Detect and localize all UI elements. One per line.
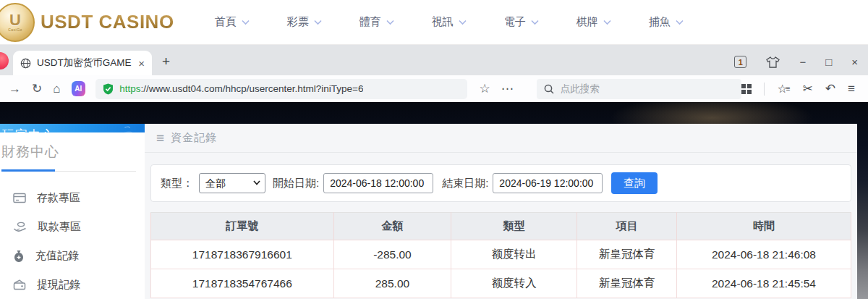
- more-options-icon[interactable]: ⋯: [501, 83, 514, 95]
- filter-bar: 類型： 全部 開始日期: 結束日期: 查詢: [150, 164, 851, 202]
- chevron-down-icon: [676, 20, 684, 25]
- content-body: 類型： 全部 開始日期: 結束日期: 查詢 訂單號 金額: [145, 153, 857, 298]
- reload-icon[interactable]: ↻: [32, 83, 42, 95]
- toolbar-right-icons: ☆ ≡ ✂ ↶ ≡: [741, 82, 859, 96]
- cell-time: 2024-06-18 21:46:08: [676, 240, 851, 269]
- query-button[interactable]: 查詢: [611, 172, 658, 194]
- toolbar-divider: [764, 83, 765, 96]
- bookmark-star-icon[interactable]: ☆: [480, 83, 490, 95]
- site-header: U CasiGo USDT CASINO 首頁 彩票 體育 視訊 電子 棋牌: [0, 0, 868, 45]
- withdraw-hand-icon: [13, 222, 27, 232]
- cell-type: 额度转出: [451, 240, 577, 269]
- type-label: 類型：: [161, 177, 193, 190]
- theme-skin-icon[interactable]: [766, 56, 780, 68]
- logo-subtext: CasiGo: [8, 28, 22, 32]
- apps-grid-icon[interactable]: [741, 84, 752, 94]
- forward-icon[interactable]: →: [9, 83, 21, 95]
- nav-label: 捕魚: [649, 15, 671, 29]
- nav-label: 電子: [504, 15, 526, 29]
- window-controls: 1 − □ ×: [734, 56, 868, 75]
- home-icon[interactable]: ⌂: [53, 83, 60, 95]
- hamburger-icon[interactable]: ≡: [156, 130, 164, 146]
- finance-title-underline: [1, 169, 145, 172]
- chevron-down-icon: [603, 20, 611, 25]
- deposit-card-icon: [13, 193, 26, 203]
- chevron-down-icon: [242, 20, 250, 25]
- tab-counter-badge[interactable]: 1: [734, 56, 746, 68]
- logo-letter: U: [9, 13, 21, 28]
- globe-icon: [20, 58, 31, 69]
- start-date-input[interactable]: [323, 173, 433, 193]
- close-window-button[interactable]: ×: [851, 56, 858, 67]
- address-bar[interactable]: https://www.usdt04.com/hhcp/usercenter.h…: [95, 79, 467, 99]
- cell-time: 2024-06-18 21:45:54: [676, 269, 851, 298]
- cell-item: 新皇冠体育: [577, 240, 676, 269]
- end-date-input[interactable]: [493, 173, 603, 193]
- sidebar-body: 財務中心 存款專區 取款專區: [0, 132, 145, 299]
- screenshot-scissors-icon[interactable]: ✂: [803, 83, 813, 95]
- players-center-banner: 玩家中心 PLAYERS CENTER: [0, 124, 145, 132]
- nav-item-chess[interactable]: 棋牌: [576, 15, 611, 29]
- browser-search-box[interactable]: 点此搜索: [537, 79, 742, 99]
- chevron-down-icon: [386, 20, 394, 25]
- nav-item-fishing[interactable]: 捕魚: [649, 15, 684, 29]
- maximize-button[interactable]: □: [825, 56, 832, 67]
- wallet-icon: [13, 279, 26, 290]
- main-nav: 首頁 彩票 體育 視訊 電子 棋牌 捕魚: [215, 15, 684, 29]
- url-scheme: https: [119, 83, 140, 94]
- sidebar: 玩家中心 PLAYERS CENTER 財務中心 存款專區: [0, 124, 145, 299]
- sidebar-item-withdraw[interactable]: 取款專區: [1, 212, 145, 241]
- cell-amount: -285.00: [333, 240, 451, 269]
- main-content: ≡ 資金記錄 類型： 全部 開始日期: 結束日期: 查詢: [145, 124, 857, 299]
- browser-tab-bar: USDT加密货币GAME × + 1 − □ ×: [0, 45, 868, 75]
- table-header-row: 訂單號 金額 類型 項目 時間: [151, 213, 851, 240]
- new-tab-button[interactable]: +: [162, 54, 170, 70]
- nav-item-sports[interactable]: 體育: [359, 15, 394, 29]
- sidebar-item-label: 提現記錄: [37, 278, 80, 292]
- content-header: ≡ 資金記錄: [145, 124, 857, 153]
- funds-record-table: 訂單號 金額 類型 項目 時間 1718718367916601 -285.00…: [150, 212, 851, 298]
- logo-wordmark: USDT CASINO: [41, 11, 174, 33]
- browser-logo-icon[interactable]: [0, 52, 9, 70]
- cell-type: 额度转入: [451, 269, 577, 298]
- nav-item-slots[interactable]: 電子: [504, 15, 539, 29]
- site-logo[interactable]: U CasiGo USDT CASINO: [0, 3, 174, 42]
- table-row: 1718718367916601 -285.00 额度转出 新皇冠体育 2024…: [151, 240, 851, 269]
- security-shield-icon: [103, 83, 114, 95]
- search-icon: [544, 84, 554, 94]
- chevron-down-icon: [314, 20, 322, 25]
- tab-title: USDT加密货币GAME: [37, 56, 132, 70]
- sidebar-item-deposit[interactable]: 存款專區: [1, 183, 145, 212]
- browser-tab[interactable]: USDT加密货币GAME ×: [13, 51, 152, 75]
- type-select[interactable]: 全部: [199, 173, 265, 193]
- cell-order-number: 1718718367916601: [151, 240, 334, 269]
- favorites-list-icon[interactable]: ☆ ≡: [777, 82, 790, 96]
- sidebar-item-recharge-history[interactable]: 充值記錄: [1, 241, 145, 270]
- logo-ball-icon: U CasiGo: [0, 3, 35, 42]
- sidebar-item-label: 取款專區: [38, 220, 81, 234]
- cell-amount: 285.00: [333, 269, 451, 298]
- chevron-down-icon: [459, 20, 467, 25]
- nav-label: 視訊: [432, 15, 454, 29]
- nav-item-home[interactable]: 首頁: [215, 15, 250, 29]
- moneybag-icon: [13, 250, 25, 262]
- type-select-wrap: 全部: [199, 173, 265, 193]
- table-row: 1718718354767466 285.00 额度转入 新皇冠体育 2024-…: [151, 269, 851, 298]
- col-order-number: 訂單號: [151, 213, 334, 240]
- url-path: ://www.usdt04.com/hhcp/usercenter.html?i…: [140, 83, 363, 94]
- nav-item-lottery[interactable]: 彩票: [287, 15, 322, 29]
- page-title: 資金記錄: [171, 131, 217, 145]
- tab-close-icon[interactable]: ×: [138, 57, 145, 70]
- nav-item-live[interactable]: 視訊: [432, 15, 467, 29]
- ai-assistant-icon[interactable]: AI: [72, 81, 86, 96]
- col-item: 項目: [577, 213, 676, 240]
- sidebar-item-label: 存款專區: [37, 191, 80, 205]
- col-type: 類型: [451, 213, 577, 240]
- finance-center-title: 財務中心: [1, 143, 145, 161]
- chevron-down-icon: [531, 20, 539, 25]
- sidebar-item-withdrawal-history[interactable]: 提現記錄: [1, 270, 145, 299]
- browser-menu-icon[interactable]: ≡: [848, 83, 855, 95]
- col-time: 時間: [676, 213, 851, 240]
- restore-undo-icon[interactable]: ↶: [825, 83, 835, 95]
- minimize-button[interactable]: −: [799, 56, 806, 67]
